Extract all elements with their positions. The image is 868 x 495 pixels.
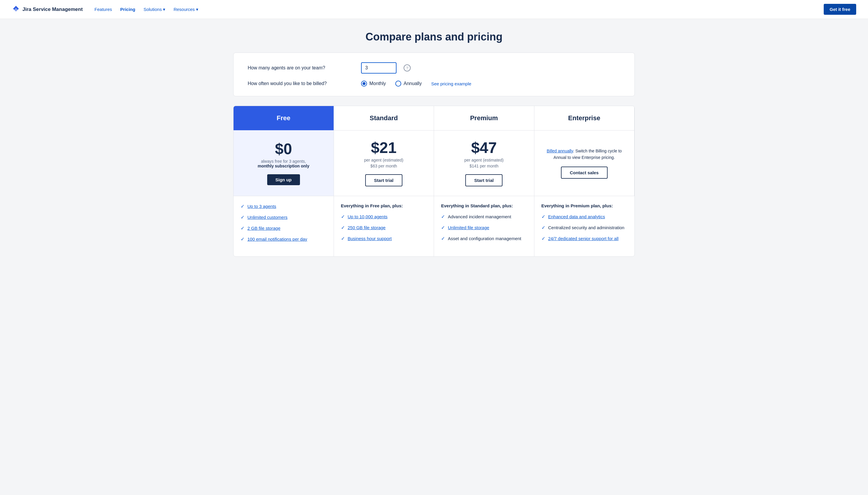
billing-label: How often would you like to be billed? [248,81,354,86]
pricing-table: Free Standard Premium Enterprise $0 alwa… [233,106,635,257]
agents-help-icon[interactable]: ? [404,64,411,71]
nav-features[interactable]: Features [94,7,112,12]
standard-feature-1: ✓ Up to 10,000 agents [341,214,427,220]
solutions-chevron-icon: ▾ [163,7,165,12]
enterprise-features: Everything in Premium plan, plus: ✓ Enha… [534,196,635,256]
billed-annually-link[interactable]: Billed annually [547,149,573,153]
annually-radio[interactable] [395,81,401,87]
free-signup-button[interactable]: Sign up [267,174,300,185]
premium-feature-1: ✓ Advanced incident management [441,214,527,220]
resources-chevron-icon: ▾ [196,7,198,12]
check-icon: ✓ [341,225,345,231]
standard-total: $63 per month [370,164,397,168]
standard-pricing: $21 per agent (estimated) $63 per month … [334,130,434,196]
free-feature-storage: 2 GB file storage [247,225,280,231]
analytics-link[interactable]: Enhanced data and analytics [548,214,605,219]
standard-features-heading: Everything in Free plan, plus: [341,203,427,208]
premium-feature-asset: Asset and configuration management [448,235,521,242]
enterprise-contact-button[interactable]: Contact sales [561,167,608,179]
agents-link[interactable]: Up to 3 agents [247,204,276,209]
get-it-free-button[interactable]: Get it free [824,4,856,15]
billing-radio-group: Monthly Annually See pricing example [361,81,471,87]
enterprise-feature-analytics: Enhanced data and analytics [548,214,605,220]
check-icon: ✓ [241,225,244,231]
enterprise-note: Billed annually. Switch the Billing cycl… [541,148,627,161]
config-box: How many agents are on your team? ? How … [233,53,635,96]
premium-plan-header: Premium [434,106,534,130]
enterprise-features-heading: Everything in Premium plan, plus: [541,203,628,208]
nav-resources[interactable]: Resources ▾ [174,7,198,12]
check-icon: ✓ [441,225,445,231]
premium-features-heading: Everything in Standard plan, plus: [441,203,527,208]
logo-text: Jira Service Management [22,6,83,12]
enterprise-pricing: Billed annually. Switch the Billing cycl… [534,130,635,196]
premium-plan-name: Premium [470,114,498,122]
nav-links: Features Pricing Solutions ▾ Resources ▾ [94,7,824,12]
check-icon: ✓ [341,214,345,219]
premium-total: $141 per month [469,164,498,168]
enterprise-feature-3: ✓ 24/7 dedicated senior support for all [541,235,628,242]
nav-pricing[interactable]: Pricing [120,7,135,12]
storage-link[interactable]: 2 GB file storage [247,226,280,231]
page-title: Compare plans and pricing [233,31,635,43]
free-features: ✓ Up to 3 agents ✓ Unlimited customers ✓… [233,196,334,256]
free-plan-name: Free [277,114,290,122]
standard-subtitle: per agent (estimated) [364,158,403,163]
check-icon: ✓ [341,236,345,241]
billing-row: How often would you like to be billed? M… [248,81,620,87]
enterprise-feature-security: Centralized security and administration [548,224,624,231]
free-feature-customers: Unlimited customers [247,214,288,220]
unlimited-storage-link[interactable]: Unlimited file storage [448,225,489,230]
free-feature-4: ✓ 100 email notifications per day [241,236,327,242]
check-icon: ✓ [241,204,244,209]
standard-plan-name: Standard [370,114,398,122]
annually-option[interactable]: Annually [395,81,422,87]
storage-250-link[interactable]: 250 GB file storage [348,225,386,230]
standard-feature-3: ✓ Business hour support [341,235,427,242]
pricing-example-link[interactable]: See pricing example [431,81,471,86]
monthly-label: Monthly [369,81,386,86]
premium-subtitle: per agent (estimated) [464,158,504,163]
support-link[interactable]: Business hour support [348,236,392,241]
email-link[interactable]: 100 email notifications per day [247,237,307,242]
premium-trial-button[interactable]: Start trial [465,174,503,186]
free-price: $0 [275,141,292,156]
standard-features: Everything in Free plan, plus: ✓ Up to 1… [334,196,434,256]
agents-10k-link[interactable]: Up to 10,000 agents [348,214,388,219]
monthly-option[interactable]: Monthly [361,81,386,87]
page-content: Compare plans and pricing How many agent… [222,19,646,257]
premium-feature-storage: Unlimited file storage [448,224,489,231]
enterprise-feature-2: ✓ Centralized security and administratio… [541,224,628,231]
monthly-radio[interactable] [361,81,367,87]
free-feature-2: ✓ Unlimited customers [241,214,327,220]
standard-feature-agents: Up to 10,000 agents [348,214,388,220]
agents-label: How many agents are on your team? [248,65,354,71]
logo[interactable]: Jira Service Management [12,5,83,14]
check-icon: ✓ [541,214,545,219]
standard-feature-support: Business hour support [348,235,392,242]
standard-feature-storage: 250 GB file storage [348,224,386,231]
premium-feature-incident: Advanced incident management [448,214,511,220]
agents-input[interactable] [361,62,397,73]
free-subtitle: always free for 3 agents, monthly subscr… [258,159,309,168]
check-icon: ✓ [441,214,445,219]
premium-feature-2: ✓ Unlimited file storage [441,224,527,231]
standard-plan-header: Standard [334,106,434,130]
check-icon: ✓ [441,236,445,241]
enterprise-feature-1: ✓ Enhanced data and analytics [541,214,628,220]
free-plan-header: Free [233,106,334,130]
agents-row: How many agents are on your team? ? [248,62,620,73]
enterprise-feature-support: 24/7 dedicated senior support for all [548,235,619,242]
free-feature-email: 100 email notifications per day [247,236,307,242]
check-icon: ✓ [541,236,545,241]
senior-support-link[interactable]: 24/7 dedicated senior support for all [548,236,619,241]
premium-feature-3: ✓ Asset and configuration management [441,235,527,242]
standard-trial-button[interactable]: Start trial [365,174,402,186]
check-icon: ✓ [541,225,545,231]
check-icon: ✓ [241,215,244,220]
customers-link[interactable]: Unlimited customers [247,215,288,220]
premium-price: $47 [471,140,497,155]
free-pricing: $0 always free for 3 agents, monthly sub… [233,130,334,196]
nav-solutions[interactable]: Solutions ▾ [143,7,165,12]
standard-feature-2: ✓ 250 GB file storage [341,224,427,231]
